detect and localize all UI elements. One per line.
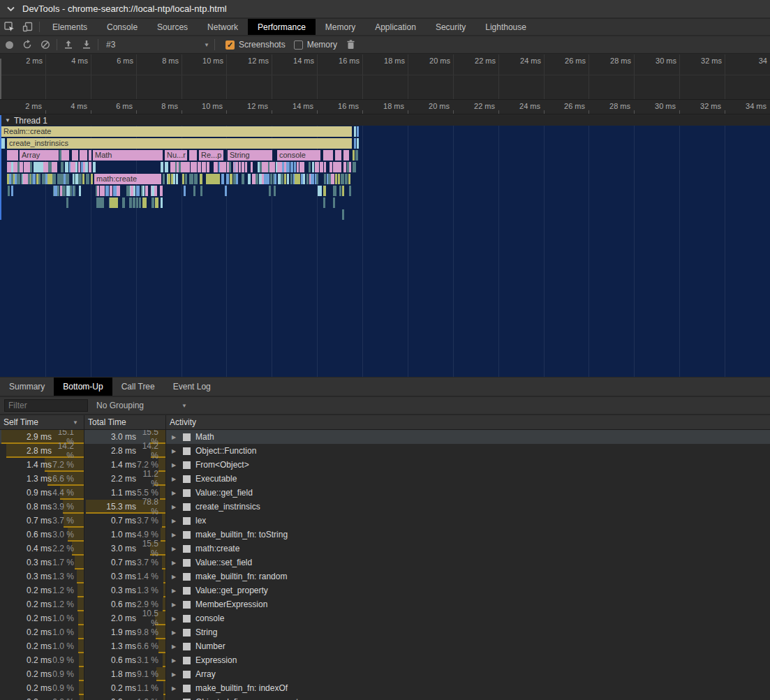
memory-checkbox[interactable]: Memory	[294, 40, 337, 50]
flame-bar[interactable]	[8, 186, 10, 196]
flame-bar[interactable]	[38, 174, 40, 184]
flame-bar[interactable]	[133, 198, 135, 208]
flame-bar[interactable]	[87, 174, 89, 184]
flame-bar[interactable]	[155, 198, 158, 208]
flame-bar[interactable]	[290, 174, 293, 184]
flame-bar[interactable]	[129, 198, 132, 208]
flame-bar[interactable]	[239, 162, 241, 172]
flame-bar[interactable]	[70, 186, 72, 196]
activity-cell[interactable]: ▶Object::define_own_property	[166, 695, 770, 700]
flame-bar[interactable]	[316, 174, 318, 184]
checkbox-checked-icon[interactable]: ✓	[225, 40, 235, 50]
flame-bar[interactable]	[248, 174, 251, 184]
flame-bar[interactable]	[117, 186, 120, 196]
trash-icon[interactable]	[341, 37, 360, 52]
load-profile-icon[interactable]	[59, 37, 77, 52]
flame-bar[interactable]	[320, 186, 322, 196]
flame-bar[interactable]	[333, 198, 335, 208]
table-row[interactable]: 0.2 ms1.0 %1.3 ms6.6 %▶Number	[0, 639, 770, 653]
flame-bar[interactable]	[334, 186, 336, 196]
flame-bar[interactable]	[343, 150, 349, 161]
flame-bar[interactable]	[324, 162, 326, 172]
flame-bar[interactable]	[61, 162, 64, 172]
flame-bar[interactable]	[284, 174, 286, 184]
flame-bar[interactable]	[78, 174, 82, 184]
overview-left-handle[interactable]	[0, 59, 1, 99]
flame-bar[interactable]	[161, 198, 163, 208]
tab-sources[interactable]: Sources	[147, 19, 198, 35]
thread-track-header[interactable]: ▼ Thread 1	[0, 115, 770, 126]
flame-bar[interactable]	[145, 186, 148, 196]
activity-cell[interactable]: ▶From<Object>	[166, 458, 770, 472]
flame-bar[interactable]	[52, 174, 56, 184]
flame-bar[interactable]	[182, 174, 184, 184]
flame-bar[interactable]	[235, 162, 238, 172]
flame-bar[interactable]	[75, 162, 77, 172]
clear-icon[interactable]	[36, 37, 54, 52]
flame-bar[interactable]	[335, 174, 337, 184]
flame-bar[interactable]	[353, 150, 355, 161]
disclosure-triangle-icon[interactable]: ▶	[172, 462, 180, 468]
activity-cell[interactable]: ▶make_builtin_fn: random	[166, 569, 770, 583]
flame-bar[interactable]	[349, 186, 351, 196]
flame-bar[interactable]	[349, 162, 351, 172]
flame-bar[interactable]	[256, 174, 258, 184]
flame-bar[interactable]	[317, 162, 319, 172]
flame-bar-math-create[interactable]: math:create	[94, 174, 161, 184]
flame-bar-create-instrinsics[interactable]: create_instrinsics	[7, 138, 352, 149]
activity-cell[interactable]: ▶console	[166, 611, 770, 625]
flame-bar[interactable]	[1, 138, 5, 149]
table-row[interactable]: 1.3 ms6.6 %2.2 ms11.2 %▶Executable	[0, 472, 770, 486]
flame-bar[interactable]	[72, 150, 78, 161]
flame-bar[interactable]	[89, 162, 91, 172]
flame-bar[interactable]	[105, 186, 109, 196]
disclosure-triangle-icon[interactable]: ▶	[172, 560, 180, 566]
flame-bar[interactable]	[66, 198, 68, 208]
disclosure-triangle-icon[interactable]: ▶	[172, 476, 180, 482]
flame-bar[interactable]	[281, 174, 283, 184]
flame-bar[interactable]	[330, 162, 332, 172]
activity-cell[interactable]: ▶math:create	[166, 542, 770, 556]
flame-bar-realm-create[interactable]: Realm::create	[1, 126, 352, 137]
flame-bar[interactable]	[339, 186, 341, 196]
flame-bar[interactable]	[348, 174, 350, 184]
table-row[interactable]: 0.2 ms1.2 %0.6 ms2.9 %▶MemberExpression	[0, 597, 770, 611]
flame-bar[interactable]	[223, 162, 226, 172]
flame-bar[interactable]	[168, 174, 170, 184]
disclosure-triangle-icon[interactable]: ▶	[172, 532, 180, 538]
flame-bar[interactable]	[312, 162, 314, 172]
tab-network[interactable]: Network	[198, 19, 248, 35]
activity-cell[interactable]: ▶Value::set_field	[166, 556, 770, 569]
flame-bar[interactable]	[309, 162, 311, 172]
history-select[interactable]: #3 ▼	[106, 38, 212, 52]
tab-performance[interactable]: Performance	[248, 19, 316, 35]
flame-bar[interactable]	[193, 162, 197, 172]
activity-cell[interactable]: ▶Object::Function	[166, 444, 770, 458]
flame-bar[interactable]	[270, 174, 272, 184]
flame-bar[interactable]	[230, 174, 232, 184]
flame-bar[interactable]	[320, 162, 323, 172]
flame-bar[interactable]	[335, 150, 341, 161]
flame-bar[interactable]	[65, 162, 68, 172]
flame-bar[interactable]	[342, 209, 344, 220]
disclosure-triangle-icon[interactable]: ▶	[172, 490, 180, 496]
flame-bar[interactable]	[216, 162, 218, 172]
disclosure-triangle-icon[interactable]: ▶	[172, 643, 180, 650]
detail-tab-bottom-up[interactable]: Bottom-Up	[54, 378, 112, 396]
tab-elements[interactable]: Elements	[43, 19, 97, 35]
flame-bar-re-p[interactable]: Re...p	[199, 150, 223, 161]
flame-bar[interactable]	[286, 162, 290, 172]
disclosure-triangle-icon[interactable]: ▶	[172, 602, 180, 608]
table-row[interactable]: 0.4 ms2.2 %3.0 ms15.5 %▶math:create	[0, 542, 770, 556]
table-row[interactable]: 0.2 ms0.9 %1.8 ms9.1 %▶Array	[0, 667, 770, 681]
flame-bar[interactable]	[189, 150, 197, 161]
screenshots-checkbox[interactable]: ✓ Screenshots	[225, 40, 286, 50]
flame-bar[interactable]	[357, 138, 359, 149]
flame-bar[interactable]	[101, 198, 104, 208]
flame-bar[interactable]	[236, 174, 238, 184]
flame-bar[interactable]	[103, 186, 105, 196]
flame-bar[interactable]	[303, 174, 305, 184]
flame-bar[interactable]	[251, 162, 253, 172]
flame-bar[interactable]	[145, 198, 147, 208]
flame-bar[interactable]	[91, 174, 93, 184]
